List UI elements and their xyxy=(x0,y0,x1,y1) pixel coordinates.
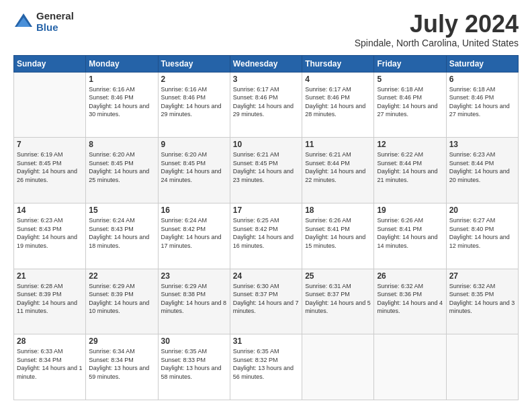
header-wednesday: Wednesday xyxy=(230,55,302,72)
header-friday: Friday xyxy=(374,55,446,72)
table-row: 17Sunrise: 6:25 AMSunset: 8:42 PMDayligh… xyxy=(230,203,302,269)
cell-day-number: 16 xyxy=(161,205,227,215)
table-row: 27Sunrise: 6:32 AMSunset: 8:35 PMDayligh… xyxy=(446,269,518,334)
table-row: 12Sunrise: 6:22 AMSunset: 8:44 PMDayligh… xyxy=(374,138,446,203)
cell-day-number: 18 xyxy=(305,205,371,215)
page: General Blue July 2024 Spindale, North C… xyxy=(0,0,532,411)
cell-day-number: 4 xyxy=(305,75,371,84)
table-row: 13Sunrise: 6:23 AMSunset: 8:44 PMDayligh… xyxy=(446,138,518,203)
cell-day-number: 8 xyxy=(89,140,154,149)
cell-day-number: 10 xyxy=(233,140,299,149)
cell-day-number: 29 xyxy=(89,336,154,346)
cell-day-number: 23 xyxy=(161,271,227,281)
header-monday: Monday xyxy=(86,55,158,72)
cell-info: Sunrise: 6:27 AMSunset: 8:40 PMDaylight:… xyxy=(449,216,515,250)
cell-info: Sunrise: 6:26 AMSunset: 8:41 PMDaylight:… xyxy=(377,216,443,250)
table-row: 11Sunrise: 6:21 AMSunset: 8:44 PMDayligh… xyxy=(302,138,374,203)
cell-day-number: 31 xyxy=(233,336,299,346)
cell-day-number: 22 xyxy=(89,271,154,281)
cell-info: Sunrise: 6:16 AMSunset: 8:46 PMDaylight:… xyxy=(89,85,154,119)
table-row: 28Sunrise: 6:33 AMSunset: 8:34 PMDayligh… xyxy=(14,334,86,400)
cell-info: Sunrise: 6:35 AMSunset: 8:33 PMDaylight:… xyxy=(161,347,227,381)
cell-info: Sunrise: 6:21 AMSunset: 8:45 PMDaylight:… xyxy=(233,150,299,184)
logo: General Blue xyxy=(13,11,74,33)
table-row: 22Sunrise: 6:29 AMSunset: 8:39 PMDayligh… xyxy=(86,269,158,334)
table-row xyxy=(446,334,518,400)
cell-info: Sunrise: 6:18 AMSunset: 8:46 PMDaylight:… xyxy=(377,85,443,119)
cell-info: Sunrise: 6:25 AMSunset: 8:42 PMDaylight:… xyxy=(233,216,299,250)
table-row: 2Sunrise: 6:16 AMSunset: 8:46 PMDaylight… xyxy=(158,72,230,138)
cell-info: Sunrise: 6:20 AMSunset: 8:45 PMDaylight:… xyxy=(161,150,227,184)
cell-day-number: 13 xyxy=(449,140,515,149)
table-row: 4Sunrise: 6:17 AMSunset: 8:46 PMDaylight… xyxy=(302,72,374,138)
cell-day-number: 2 xyxy=(161,75,227,84)
cell-info: Sunrise: 6:26 AMSunset: 8:41 PMDaylight:… xyxy=(305,216,371,250)
table-row: 10Sunrise: 6:21 AMSunset: 8:45 PMDayligh… xyxy=(230,138,302,203)
table-row xyxy=(374,334,446,400)
cell-info: Sunrise: 6:28 AMSunset: 8:39 PMDaylight:… xyxy=(17,282,83,316)
cell-day-number: 3 xyxy=(233,75,299,84)
logo-blue: Blue xyxy=(36,22,74,34)
cell-info: Sunrise: 6:32 AMSunset: 8:36 PMDaylight:… xyxy=(377,282,443,316)
table-row: 16Sunrise: 6:24 AMSunset: 8:42 PMDayligh… xyxy=(158,203,230,269)
header-tuesday: Tuesday xyxy=(158,55,230,72)
header: General Blue July 2024 Spindale, North C… xyxy=(13,11,519,48)
cell-day-number: 14 xyxy=(17,205,83,215)
table-row: 25Sunrise: 6:31 AMSunset: 8:37 PMDayligh… xyxy=(302,269,374,334)
cell-info: Sunrise: 6:24 AMSunset: 8:43 PMDaylight:… xyxy=(89,216,154,250)
cell-day-number: 26 xyxy=(377,271,443,281)
header-thursday: Thursday xyxy=(302,55,374,72)
table-row: 23Sunrise: 6:29 AMSunset: 8:38 PMDayligh… xyxy=(158,269,230,334)
table-row: 20Sunrise: 6:27 AMSunset: 8:40 PMDayligh… xyxy=(446,203,518,269)
cell-day-number: 24 xyxy=(233,271,299,281)
table-row: 21Sunrise: 6:28 AMSunset: 8:39 PMDayligh… xyxy=(14,269,86,334)
table-row: 19Sunrise: 6:26 AMSunset: 8:41 PMDayligh… xyxy=(374,203,446,269)
table-row: 6Sunrise: 6:18 AMSunset: 8:46 PMDaylight… xyxy=(446,72,518,138)
calendar-table: Sunday Monday Tuesday Wednesday Thursday… xyxy=(13,55,519,400)
cell-info: Sunrise: 6:34 AMSunset: 8:34 PMDaylight:… xyxy=(89,347,154,381)
cell-day-number: 9 xyxy=(161,140,227,149)
cell-info: Sunrise: 6:22 AMSunset: 8:44 PMDaylight:… xyxy=(377,150,443,184)
cell-day-number: 17 xyxy=(233,205,299,215)
table-row: 30Sunrise: 6:35 AMSunset: 8:33 PMDayligh… xyxy=(158,334,230,400)
cell-info: Sunrise: 6:23 AMSunset: 8:44 PMDaylight:… xyxy=(449,150,515,184)
cell-day-number: 27 xyxy=(449,271,515,281)
cell-day-number: 7 xyxy=(17,140,83,149)
table-row: 9Sunrise: 6:20 AMSunset: 8:45 PMDaylight… xyxy=(158,138,230,203)
cell-info: Sunrise: 6:35 AMSunset: 8:32 PMDaylight:… xyxy=(233,347,299,381)
cell-info: Sunrise: 6:30 AMSunset: 8:37 PMDaylight:… xyxy=(233,282,299,316)
table-row: 1Sunrise: 6:16 AMSunset: 8:46 PMDaylight… xyxy=(86,72,158,138)
logo-general: General xyxy=(36,11,74,22)
cell-info: Sunrise: 6:29 AMSunset: 8:39 PMDaylight:… xyxy=(89,282,154,316)
table-row: 5Sunrise: 6:18 AMSunset: 8:46 PMDaylight… xyxy=(374,72,446,138)
table-row: 14Sunrise: 6:23 AMSunset: 8:43 PMDayligh… xyxy=(14,203,86,269)
calendar-week-row: 7Sunrise: 6:19 AMSunset: 8:45 PMDaylight… xyxy=(14,138,519,203)
title-section: July 2024 Spindale, North Carolina, Unit… xyxy=(355,11,519,48)
cell-day-number: 20 xyxy=(449,205,515,215)
cell-day-number: 25 xyxy=(305,271,371,281)
cell-info: Sunrise: 6:24 AMSunset: 8:42 PMDaylight:… xyxy=(161,216,227,250)
table-row xyxy=(302,334,374,400)
calendar-week-row: 1Sunrise: 6:16 AMSunset: 8:46 PMDaylight… xyxy=(14,72,519,138)
cell-day-number: 21 xyxy=(17,271,83,281)
cell-day-number: 11 xyxy=(305,140,371,149)
cell-info: Sunrise: 6:19 AMSunset: 8:45 PMDaylight:… xyxy=(17,150,83,184)
calendar-week-row: 14Sunrise: 6:23 AMSunset: 8:43 PMDayligh… xyxy=(14,203,519,269)
cell-info: Sunrise: 6:17 AMSunset: 8:46 PMDaylight:… xyxy=(305,85,371,119)
calendar-week-row: 28Sunrise: 6:33 AMSunset: 8:34 PMDayligh… xyxy=(14,334,519,400)
cell-day-number: 30 xyxy=(161,336,227,346)
cell-info: Sunrise: 6:31 AMSunset: 8:37 PMDaylight:… xyxy=(305,282,371,316)
calendar-week-row: 21Sunrise: 6:28 AMSunset: 8:39 PMDayligh… xyxy=(14,269,519,334)
cell-info: Sunrise: 6:33 AMSunset: 8:34 PMDaylight:… xyxy=(17,347,83,381)
main-title: July 2024 xyxy=(355,11,519,38)
logo-text: General Blue xyxy=(36,11,74,33)
table-row: 3Sunrise: 6:17 AMSunset: 8:46 PMDaylight… xyxy=(230,72,302,138)
table-row: 15Sunrise: 6:24 AMSunset: 8:43 PMDayligh… xyxy=(86,203,158,269)
cell-day-number: 12 xyxy=(377,140,443,149)
table-row: 31Sunrise: 6:35 AMSunset: 8:32 PMDayligh… xyxy=(230,334,302,400)
header-saturday: Saturday xyxy=(446,55,518,72)
logo-icon xyxy=(13,12,34,32)
cell-day-number: 5 xyxy=(377,75,443,84)
cell-info: Sunrise: 6:21 AMSunset: 8:44 PMDaylight:… xyxy=(305,150,371,184)
table-row: 29Sunrise: 6:34 AMSunset: 8:34 PMDayligh… xyxy=(86,334,158,400)
